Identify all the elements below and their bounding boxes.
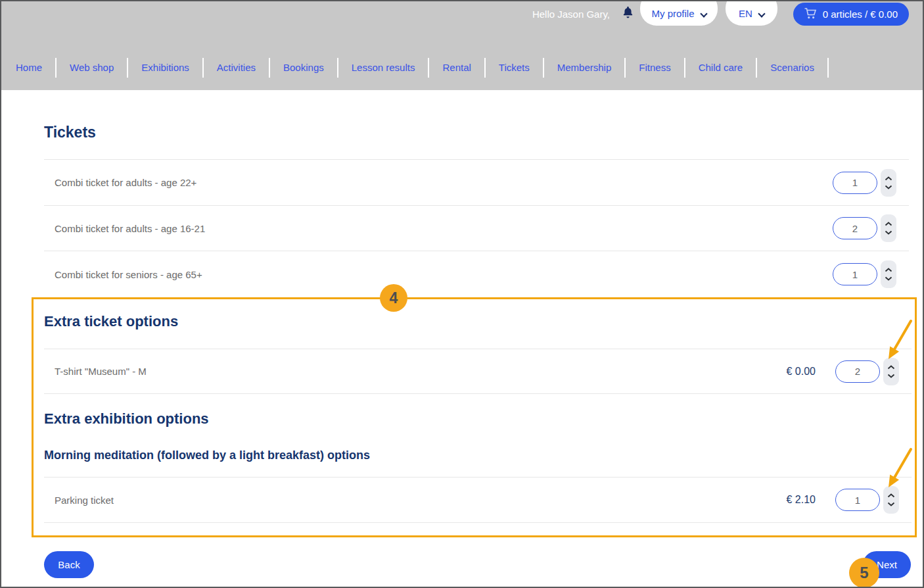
ticket-row: Combi ticket for adults - age 16-21 bbox=[44, 205, 909, 251]
exhibition-option-row-label: Parking ticket bbox=[55, 495, 114, 506]
main-content: Tickets Combi ticket for adults - age 22… bbox=[1, 90, 923, 587]
user-greeting: Hello Jason Gary, bbox=[532, 9, 610, 20]
annotation-arrow-icon bbox=[882, 447, 915, 494]
extra-exhibition-options-heading: Extra exhibition options bbox=[44, 410, 209, 428]
extra-ticket-row-label: T-shirt "Museum" - M bbox=[55, 366, 147, 377]
nav-item-membership[interactable]: Membership bbox=[544, 58, 626, 78]
page-title: Tickets bbox=[44, 124, 96, 141]
language-selector-button[interactable]: EN bbox=[726, 1, 777, 26]
step-4-badge: 4 bbox=[380, 284, 407, 312]
language-label: EN bbox=[739, 8, 752, 19]
quantity-input[interactable] bbox=[835, 489, 880, 511]
quantity-stepper bbox=[833, 260, 896, 288]
quantity-stepper bbox=[833, 214, 896, 242]
nav-item-rental[interactable]: Rental bbox=[429, 58, 485, 78]
top-bar: Hello Jason Gary, My profile EN 0 articl… bbox=[1, 1, 923, 90]
exhibition-option-row-price: € 2.10 bbox=[787, 494, 816, 506]
nav-item-child-care[interactable]: Child care bbox=[685, 58, 758, 78]
main-navigation: Home Web shop Exhibitions Activities Boo… bbox=[3, 58, 829, 78]
exhibition-option-row: Parking ticket € 2.10 bbox=[44, 477, 912, 523]
decrement-icon[interactable] bbox=[885, 276, 892, 281]
extra-options-highlight-box: 4 Extra ticket options T-shirt "Museum" … bbox=[32, 297, 917, 537]
increment-icon[interactable] bbox=[885, 268, 892, 272]
decrement-icon[interactable] bbox=[887, 374, 895, 378]
quantity-input[interactable] bbox=[833, 263, 877, 285]
ticket-row: Combi ticket for seniors - age 65+ bbox=[44, 251, 909, 297]
quantity-stepper bbox=[833, 169, 896, 197]
exhibition-subheading: Morning meditation (followed by a light … bbox=[44, 449, 370, 462]
decrement-icon[interactable] bbox=[885, 230, 892, 235]
quantity-input[interactable] bbox=[833, 172, 877, 194]
cart-button[interactable]: 0 articles / € 0.00 bbox=[793, 3, 909, 26]
chevron-down-icon bbox=[758, 10, 765, 17]
ticket-row-label: Combi ticket for seniors - age 65+ bbox=[55, 269, 202, 280]
stepper-arrows bbox=[881, 214, 896, 242]
webshop-page: Hello Jason Gary, My profile EN 0 articl… bbox=[0, 0, 924, 588]
increment-icon[interactable] bbox=[885, 176, 892, 181]
notification-bell-icon[interactable] bbox=[622, 7, 634, 21]
nav-item-bookings[interactable]: Bookings bbox=[270, 58, 338, 78]
annotation-arrow-icon bbox=[882, 318, 915, 366]
nav-item-exhibitions[interactable]: Exhibitions bbox=[128, 58, 204, 78]
nav-item-home[interactable]: Home bbox=[3, 58, 57, 78]
nav-item-lesson-results[interactable]: Lesson results bbox=[338, 58, 430, 78]
back-button[interactable]: Back bbox=[44, 551, 94, 578]
extra-ticket-row-price: € 0.00 bbox=[787, 366, 816, 378]
stepper-arrows bbox=[881, 260, 896, 288]
chevron-down-icon bbox=[700, 10, 707, 17]
decrement-icon[interactable] bbox=[885, 185, 892, 189]
nav-item-fitness[interactable]: Fitness bbox=[626, 58, 685, 78]
ticket-row-label: Combi ticket for adults - age 16-21 bbox=[55, 223, 205, 234]
nav-item-web-shop[interactable]: Web shop bbox=[57, 58, 128, 78]
decrement-icon[interactable] bbox=[887, 502, 895, 506]
increment-icon[interactable] bbox=[887, 493, 895, 498]
increment-icon[interactable] bbox=[885, 222, 892, 226]
stepper-arrows bbox=[881, 169, 896, 197]
my-profile-button[interactable]: My profile bbox=[640, 1, 718, 26]
my-profile-label: My profile bbox=[651, 8, 694, 19]
ticket-row: Combi ticket for adults - age 22+ bbox=[44, 159, 909, 205]
nav-item-activities[interactable]: Activities bbox=[204, 58, 270, 78]
ticket-row-label: Combi ticket for adults - age 22+ bbox=[55, 177, 196, 188]
extra-ticket-options-heading: Extra ticket options bbox=[44, 313, 178, 330]
cart-icon bbox=[804, 8, 817, 21]
cart-label: 0 articles / € 0.00 bbox=[823, 9, 898, 20]
step-5-badge: 5 bbox=[849, 558, 879, 588]
quantity-input[interactable] bbox=[833, 217, 877, 239]
extra-ticket-row: T-shirt "Museum" - M € 0.00 bbox=[44, 349, 912, 394]
quantity-input[interactable] bbox=[835, 360, 880, 383]
nav-item-tickets[interactable]: Tickets bbox=[486, 58, 544, 78]
nav-item-scenarios[interactable]: Scenarios bbox=[757, 58, 829, 78]
